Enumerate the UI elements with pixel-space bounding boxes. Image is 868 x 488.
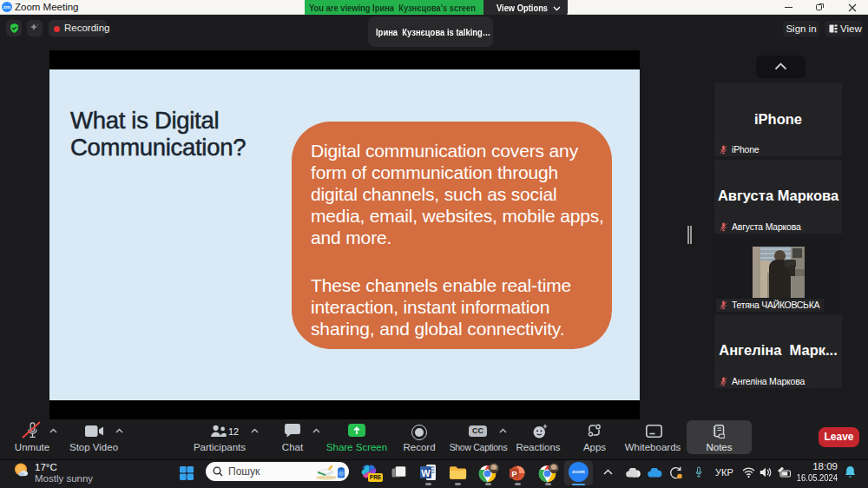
svg-text:P: P (511, 470, 516, 478)
svg-text:W: W (421, 468, 431, 478)
